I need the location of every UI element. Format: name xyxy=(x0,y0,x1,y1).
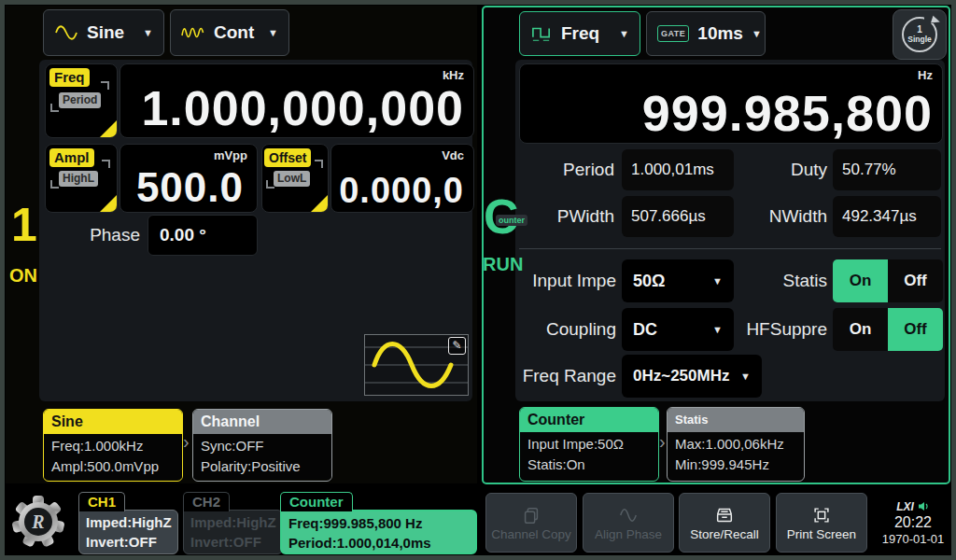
ampl-param-label: Ampl xyxy=(49,148,94,167)
statis-off-button[interactable]: Off xyxy=(888,259,943,302)
knob-corner-icon xyxy=(311,195,328,212)
phase-label: Phase xyxy=(54,224,140,246)
freq-range-value: 0Hz~250MHz xyxy=(633,367,729,385)
statis-card-title: Statis xyxy=(668,408,804,432)
lowl-alt-label: LowL xyxy=(274,171,310,187)
counter-tab-line1: Freq:999.985,800 Hz xyxy=(288,513,469,533)
speaker-icon xyxy=(918,501,930,511)
ch1-line2: Invert:OFF xyxy=(86,532,171,552)
print-screen-button[interactable]: Print Screen xyxy=(776,493,867,553)
mode-dropdown[interactable]: Cont ▼ xyxy=(170,9,289,56)
counter-card-title: Counter xyxy=(520,408,658,432)
sine-card-line2: Ampl:500.0mVpp xyxy=(51,456,175,477)
channel1-state-badge: ON xyxy=(9,265,37,287)
offset-value: 0.000,0 xyxy=(339,171,464,211)
focus-corner-icon xyxy=(315,160,323,168)
brand-logo: R xyxy=(9,489,67,554)
store-recall-label: Store/Recall xyxy=(690,527,759,541)
tab-ch1[interactable]: CH1 Imped:HighZ Invert:OFF xyxy=(78,492,178,554)
sine-settings-card[interactable]: Sine Freq:1.000kHz Ampl:500.0mVpp xyxy=(43,409,183,482)
store-recall-button[interactable]: Store/Recall xyxy=(679,493,770,553)
channel-card-title: Channel xyxy=(193,410,331,434)
chevron-down-icon: ▼ xyxy=(268,27,278,38)
align-phase-button: Align Phase xyxy=(583,493,674,553)
ch1-tab-label: CH1 xyxy=(78,492,125,511)
counter-tab-label: Counter xyxy=(280,492,353,511)
freq-value: 1.000,000,000 xyxy=(141,80,464,136)
edit-waveform-icon[interactable]: ✎ xyxy=(448,337,466,355)
ch2-line2: Invert:OFF xyxy=(190,532,275,552)
chevron-down-icon: ▼ xyxy=(752,28,762,39)
statis-card-line2: Min:999.945Hz xyxy=(675,455,796,475)
ampl-value-display[interactable]: mVpp 500.0 xyxy=(120,144,258,213)
freq-param-selector[interactable]: Freq Period xyxy=(45,63,118,138)
offset-param-selector[interactable]: Offset LowL xyxy=(261,144,329,213)
ampl-unit: mVpp xyxy=(214,148,247,162)
statis-card[interactable]: Statis Max:1.000,06kHz Min:999.945Hz xyxy=(667,407,805,482)
knob-corner-icon xyxy=(100,195,117,212)
ch2-line1: Imped:HighZ xyxy=(190,512,275,532)
offset-unit: Vdc xyxy=(442,148,464,162)
settings-divider xyxy=(519,248,941,249)
focus-corner-icon xyxy=(50,104,59,112)
counter-freq-display: Hz 999.985,800 xyxy=(519,63,943,144)
counter-meas-label: Freq xyxy=(561,23,599,44)
waveform-dropdown[interactable]: Sine ▼ xyxy=(43,9,164,56)
channel-card-line1: Sync:OFF xyxy=(201,436,324,456)
offset-param-label: Offset xyxy=(264,148,311,167)
phase-input[interactable]: 0.00 ° xyxy=(148,215,258,256)
align-phase-label: Align Phase xyxy=(595,527,662,541)
focus-corner-icon xyxy=(266,180,274,189)
pulse-measure-icon xyxy=(530,24,553,43)
period-alt-label: Period xyxy=(59,92,101,108)
counter-tab-line2: Period:1.000,014,0ms xyxy=(288,533,469,553)
coupling-value: DC xyxy=(633,320,657,340)
counter-freq-value: 999.985,800 xyxy=(642,84,933,142)
tab-counter[interactable]: Counter Freq:999.985,800 Hz Period:1.000… xyxy=(280,492,477,554)
single-trigger-button[interactable]: 1 Single xyxy=(893,9,947,60)
gate-time-dropdown[interactable]: GATE 10ms ▼ xyxy=(646,11,766,56)
hfsuppre-off-button[interactable]: Off xyxy=(888,308,943,351)
input-impe-select[interactable]: 50Ω ▼ xyxy=(622,259,734,302)
instrument-screen: 1 ON Sine ▼ Cont ▼ Freq Period kHz 1.000… xyxy=(0,0,956,560)
counter-settings-card[interactable]: Counter Input Impe:50Ω Statis:On xyxy=(519,407,659,482)
statis-on-button[interactable]: On xyxy=(833,259,888,302)
counter-meas-dropdown[interactable]: Freq ▼ xyxy=(519,11,640,56)
status-date: 1970-01-01 xyxy=(882,532,945,546)
phase-wave-icon xyxy=(617,505,640,525)
focus-corner-icon xyxy=(101,81,109,90)
focus-corner-icon xyxy=(102,160,110,168)
lxi-label: LXI xyxy=(896,500,914,513)
statis-toggle: On Off xyxy=(833,259,943,302)
freq-value-display[interactable]: kHz 1.000,000,000 xyxy=(120,63,474,138)
tab-ch2[interactable]: CH2 Imped:HighZ Invert:OFF xyxy=(183,492,283,554)
gear-logo-icon: R xyxy=(12,494,64,550)
freq-range-select[interactable]: 0Hz~250MHz ▼ xyxy=(622,355,762,398)
hfsuppre-label: HFSuppre xyxy=(717,308,827,351)
gate-value: 10ms xyxy=(697,23,743,44)
knob-corner-icon xyxy=(100,120,117,137)
waveform-preview[interactable]: ✎ xyxy=(364,334,469,396)
channel-settings-card[interactable]: Channel Sync:OFF Polarity:Positive xyxy=(192,409,332,482)
status-clock: LXI 20:22 1970-01-01 xyxy=(874,489,952,556)
single-circle-arrow-icon: 1 Single xyxy=(902,17,937,52)
chevron-right-icon: › xyxy=(659,431,666,453)
nwidth-value: 492.347µs xyxy=(833,196,941,237)
duty-label: Duty xyxy=(738,149,827,190)
duty-value: 50.77% xyxy=(833,149,941,190)
ampl-param-selector[interactable]: Ampl HighL xyxy=(45,144,118,213)
freq-param-label: Freq xyxy=(49,68,90,87)
screenshot-icon xyxy=(810,505,833,525)
statis-card-line1: Max:1.000,06kHz xyxy=(675,434,796,455)
input-impe-label: Input Impe xyxy=(504,259,616,302)
pwidth-label: PWidth xyxy=(512,196,614,237)
channel-card-line2: Polarity:Positive xyxy=(201,456,324,477)
nwidth-label: NWidth xyxy=(719,196,827,237)
copy-icon xyxy=(521,505,541,525)
counter-card-line2: Statis:On xyxy=(527,455,651,475)
ampl-value: 500.0 xyxy=(136,164,244,211)
chevron-right-icon: › xyxy=(183,431,190,453)
hfsuppre-on-button[interactable]: On xyxy=(833,308,888,351)
offset-value-display[interactable]: Vdc 0.000,0 xyxy=(330,144,474,213)
period-label: Period xyxy=(512,149,614,190)
